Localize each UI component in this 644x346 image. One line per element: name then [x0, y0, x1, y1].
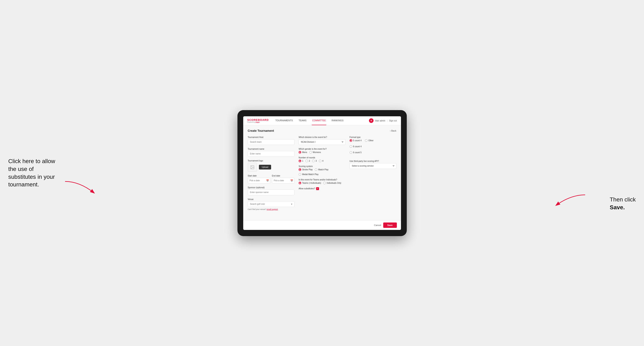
page-header: Create Tournament Back	[248, 129, 396, 132]
image-icon	[250, 165, 254, 170]
scoring-match[interactable]: Match Play	[315, 168, 328, 171]
scoring-medal[interactable]: Medal Match Play	[298, 173, 318, 176]
annotation-right-bold: Save.	[610, 204, 625, 210]
tablet-screen: SCOREBOARD Powered by clippd TOURNAMENTS…	[243, 116, 401, 230]
nav-user: B blair admin | Sign out	[369, 118, 397, 123]
logo-upload-area: Upload	[248, 163, 295, 172]
sponsor-group: Sponsor (optional)	[248, 186, 295, 195]
form-grid: Tournament Host Tournament name Tourname…	[248, 136, 396, 212]
page-title: Create Tournament	[248, 129, 274, 132]
venue-group: Venue ▼	[248, 198, 295, 207]
upload-button[interactable]: Upload	[259, 165, 271, 170]
allow-substitutes-checkbox[interactable]	[316, 187, 319, 190]
format-5count4[interactable]: 5 count 4	[350, 139, 362, 142]
page-wrapper: Click here to allow the use of substitut…	[8, 110, 636, 236]
tournament-name-input[interactable]	[248, 151, 295, 157]
rounds-label: Number of rounds	[298, 157, 346, 159]
division-select[interactable]: NCAA Division I	[298, 139, 346, 145]
form-col-2: Which division is the event for? NCAA Di…	[298, 136, 346, 212]
tournament-name-group: Tournament name	[248, 148, 295, 157]
teams-radio[interactable]	[298, 182, 301, 184]
arrow-left-icon	[63, 179, 96, 196]
svg-point-2	[251, 166, 252, 167]
venue-chevron: ▼	[290, 203, 293, 205]
allow-substitutes-item[interactable]: Allow substitutes?	[298, 187, 346, 190]
nav-committee[interactable]: COMMITTEE	[312, 116, 326, 125]
tournament-host-input[interactable]	[248, 139, 295, 145]
scoring-api-group: Use third-party live scoring API? Select…	[350, 160, 396, 169]
save-button[interactable]: Save	[383, 222, 397, 228]
scoring-stroke[interactable]: Stroke Play	[298, 168, 312, 171]
back-link[interactable]: Back	[390, 130, 396, 132]
rounds-3[interactable]: 3	[312, 160, 317, 162]
format-radio-group: 5 count 4 Other	[350, 139, 396, 157]
tournament-name-label: Tournament name	[248, 148, 295, 150]
gender-label: Which gender is the event for?	[298, 148, 346, 150]
tournament-host-group: Tournament Host	[248, 136, 295, 145]
start-date-wrapper: 📅	[248, 178, 270, 183]
tournament-host-label: Tournament Host	[248, 136, 295, 138]
logo-powered-text: Powered by clippd	[247, 122, 269, 123]
email-support-link[interactable]: email support	[267, 208, 278, 210]
rounds-2[interactable]: 2	[306, 160, 310, 162]
rounds-group: Number of rounds 1 2	[298, 157, 346, 162]
sign-out-link[interactable]: Sign out	[389, 120, 397, 122]
teams-individuals-label: Is this event for Teams and/or Individua…	[298, 178, 346, 181]
avatar: B	[369, 118, 374, 123]
rounds-1-radio[interactable]	[298, 160, 301, 162]
rounds-radio-group: 1 2 3	[298, 160, 346, 162]
gender-group: Which gender is the event for? Mens Wome…	[298, 148, 346, 154]
gender-womens-radio[interactable]	[309, 151, 312, 154]
gender-mens-radio[interactable]	[298, 151, 301, 154]
nav-links: TOURNAMENTS TEAMS COMMITTEE RANKINGS	[275, 116, 369, 125]
division-label: Which division is the event for?	[298, 136, 346, 138]
scoring-api-label: Use third-party live scoring API?	[350, 160, 396, 162]
rounds-3-radio[interactable]	[312, 160, 315, 162]
gender-radio-group: Mens Womens	[298, 151, 346, 154]
scoring-medal-radio[interactable]	[298, 173, 301, 176]
form-col-1: Tournament Host Tournament name Tourname…	[248, 136, 295, 212]
annotation-left: Click here to allow the use of substitut…	[8, 157, 62, 188]
logo-score: SCORE	[247, 118, 258, 122]
format-5count4-radio[interactable]	[350, 139, 352, 142]
venue-input[interactable]	[248, 201, 295, 207]
end-date-wrapper: 📅	[272, 178, 294, 183]
logo-board: BOARD	[258, 118, 269, 122]
rounds-2-radio[interactable]	[306, 160, 308, 162]
format-6count5[interactable]: 6 count 5	[350, 151, 396, 154]
rounds-1[interactable]: 1	[298, 160, 303, 162]
individuals-only[interactable]: Individuals Only	[323, 182, 341, 184]
end-date-label: End date	[272, 175, 294, 177]
nav-teams[interactable]: TEAMS	[298, 116, 307, 125]
individuals-radio[interactable]	[323, 182, 326, 184]
end-date-group: End date 📅	[272, 175, 294, 183]
content-area: Create Tournament Back Tournament Host T…	[243, 125, 401, 220]
rounds-4-radio[interactable]	[319, 160, 322, 162]
tournament-logo-label: Tournament logo	[248, 160, 295, 162]
format-6count4[interactable]: 6 count 4	[350, 145, 396, 148]
teams-plus-individuals[interactable]: Teams (+Individuals)	[298, 182, 321, 184]
arrow-right-icon	[554, 193, 587, 209]
allow-substitutes-label: Allow substitutes?	[298, 187, 315, 190]
nav-bar: SCOREBOARD Powered by clippd TOURNAMENTS…	[243, 116, 401, 125]
sponsor-input[interactable]	[248, 189, 295, 195]
logo-area: SCOREBOARD Powered by clippd	[247, 118, 269, 123]
scoring-match-radio[interactable]	[315, 168, 317, 171]
format-6count5-radio[interactable]	[350, 151, 352, 154]
rounds-4[interactable]: 4	[319, 160, 324, 162]
gender-womens[interactable]: Womens	[309, 151, 321, 154]
nav-tournaments[interactable]: TOURNAMENTS	[275, 116, 293, 125]
cancel-button[interactable]: Cancel	[374, 224, 381, 226]
format-other[interactable]: Other	[365, 139, 374, 142]
scoring-radio-group: Stroke Play Match Play Medal Match Play	[298, 168, 346, 176]
gender-mens[interactable]: Mens	[298, 151, 307, 154]
nav-rankings[interactable]: RANKINGS	[331, 116, 344, 125]
start-date-group: Start date 📅	[248, 175, 270, 183]
scoring-api-select[interactable]: Select a scoring service	[350, 163, 396, 169]
annotation-right: Then click Save.	[610, 196, 636, 211]
format-6count4-radio[interactable]	[350, 145, 352, 148]
format-type-group: Format type 5 count 4 Other	[350, 136, 396, 157]
format-other-radio[interactable]	[365, 139, 368, 142]
scoring-stroke-radio[interactable]	[298, 168, 301, 171]
start-date-label: Start date	[248, 175, 270, 177]
